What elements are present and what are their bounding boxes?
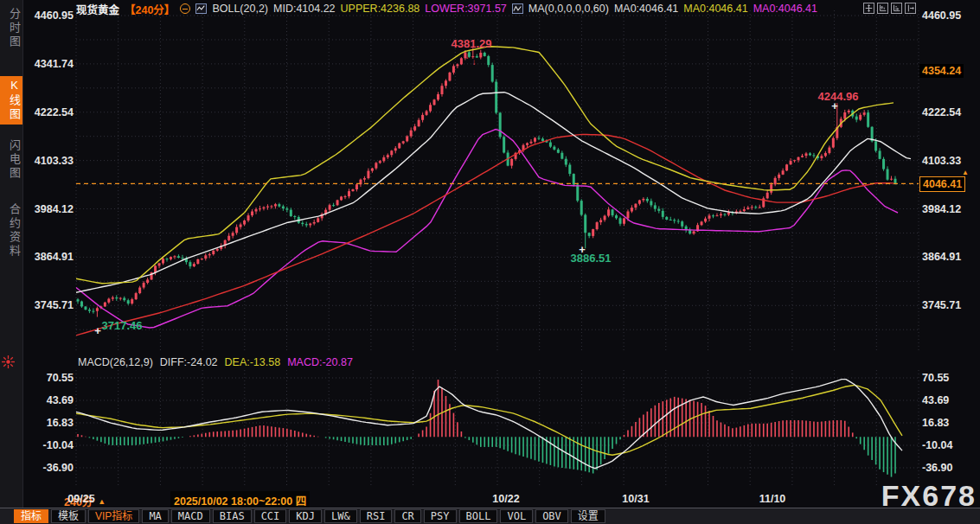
price-marker-icon: ▲: [962, 169, 969, 176]
tab-[interactable]: 指标: [14, 509, 48, 523]
y-axis-tick-right: 3745.71: [922, 299, 977, 311]
crosshair-marker-icon: +: [579, 243, 586, 256]
tab-cr[interactable]: CR: [394, 509, 420, 523]
crosshair-marker-icon: +: [94, 324, 101, 337]
down-arrow-icon: ↓: [465, 51, 470, 61]
last-price-tag: 4046.41: [919, 176, 965, 192]
tab-psy[interactable]: PSY: [424, 509, 457, 523]
y-axis-tick-right: 4222.54: [922, 106, 977, 118]
reference-price-tag: 4354.24: [919, 64, 964, 78]
y-axis-tick-left: 3745.71: [26, 299, 74, 311]
x-axis-date-label: 10/22: [492, 493, 519, 505]
macd-tick-left: 16.83: [26, 417, 74, 429]
boll-lower-value: LOWER:3971.57: [425, 3, 507, 15]
sidebar-item-1[interactable]: 分时图: [0, 5, 22, 52]
tab-obv[interactable]: OBV: [535, 509, 568, 523]
red-starburst-icon[interactable]: [1, 355, 16, 369]
symbol-name: 现货黄金: [76, 1, 119, 17]
x-axis-date-label: 10/31: [622, 493, 649, 505]
move-crosshair-icon[interactable]: [863, 3, 874, 14]
y-axis-tick-left: 3984.12: [26, 203, 74, 215]
macd-tick-right: 70.55: [922, 372, 977, 384]
macd-indicator-header: MACD(26,12,9) DIFF:-24.02 DEA:-13.58 MAC…: [78, 356, 353, 368]
x-axis-row: 240分 ▲ 09/2510/1310/2210/3111/10 2025/10…: [0, 490, 980, 508]
tab-rsi[interactable]: RSI: [360, 509, 393, 523]
x-axis-date-label: 11/10: [759, 493, 786, 505]
down-arrow-icon: ↓: [472, 57, 477, 67]
macd-macd-value: MACD:-20.87: [287, 356, 353, 368]
chart-toolbar-icons: [863, 3, 916, 14]
sidebar-item-3[interactable]: 闪电图: [0, 137, 22, 183]
y-axis-tick-left: 4103.33: [26, 155, 74, 167]
y-axis-tick-right: 3984.12: [922, 203, 977, 215]
boll-upper-value: UPPER:4236.88: [341, 3, 420, 15]
zoom-axis-up-icon[interactable]: [877, 3, 888, 14]
tab-cci[interactable]: CCI: [254, 509, 287, 523]
macd-tick-right: 43.69: [922, 394, 977, 406]
macd-diff-value: DIFF:-24.02: [160, 356, 218, 368]
sidebar-item-2[interactable]: K线图: [0, 76, 22, 125]
period-label: 【240分】: [125, 1, 175, 17]
trading-app: 分时图K线图闪电图合约资料 现货黄金 【240分】 BOLL(20,2) MID…: [0, 0, 980, 524]
y-axis-tick-left: 4341.74: [26, 58, 74, 70]
tab-[interactable]: 设置: [571, 509, 605, 523]
macd-tick-right: -10.04: [922, 439, 977, 451]
boll-mid-value: MID:4104.22: [273, 3, 336, 15]
tab-vol[interactable]: VOL: [500, 509, 533, 523]
ma-label: MA(0,0,0,0,0,60): [528, 3, 609, 15]
price-annotation: 3886.51: [571, 252, 612, 265]
tab-lw[interactable]: LW&: [324, 509, 357, 523]
tab-ma[interactable]: MA: [142, 509, 168, 523]
crosshair-marker-icon: +: [831, 99, 838, 112]
chart-header: 现货黄金 【240分】 BOLL(20,2) MID:4104.22 UPPER…: [76, 2, 817, 16]
macd-tick-left: 70.55: [26, 372, 74, 384]
zoom-axis-right-icon[interactable]: [891, 3, 902, 14]
tab-boll[interactable]: BOLL: [459, 509, 498, 523]
crosshair-date-tooltip: 2025/10/02 18:00~22:00 四: [170, 491, 310, 509]
y-axis-tick-right: 4103.33: [922, 155, 977, 167]
collapse-circle-minus-icon[interactable]: [180, 3, 190, 14]
shift-right-icon[interactable]: [905, 3, 916, 14]
macd-tick-left: -36.90: [26, 462, 74, 474]
y-axis-tick-right: 3864.91: [922, 251, 977, 263]
price-annotation: 3717.46: [102, 319, 143, 332]
boll-mini-chart-icon[interactable]: [195, 3, 207, 14]
macd-name: MACD(26,12,9): [78, 356, 153, 368]
ma-value-2: MA0:4046.41: [683, 3, 747, 15]
tab-kdj[interactable]: KDJ: [289, 509, 322, 523]
macd-tick-right: -36.90: [922, 462, 977, 474]
y-axis-tick-right: 4460.95: [922, 10, 977, 22]
price-annotation: 4381.29: [452, 37, 492, 50]
tab-bias[interactable]: BIAS: [213, 509, 252, 523]
left-sidebar: 分时图K线图闪电图合约资料: [0, 0, 23, 508]
tab-[interactable]: 模板: [51, 509, 86, 523]
tab-vip[interactable]: VIP指标: [88, 509, 139, 523]
boll-label: BOLL(20,2): [212, 3, 268, 15]
macd-tick-left: -10.04: [26, 439, 74, 451]
candlestick-chart[interactable]: [0, 0, 980, 524]
y-axis-tick-left: 4222.54: [26, 106, 74, 118]
ma-value-3: MA0:4046.41: [753, 3, 817, 15]
ma-value-1: MA0:4046.41: [614, 3, 678, 15]
y-axis-tick-left: 4460.95: [26, 10, 74, 22]
macd-dea-value: DEA:-13.58: [225, 356, 281, 368]
up-triangle-icon: ▲: [98, 497, 106, 506]
sidebar-item-4[interactable]: 合约资料: [0, 201, 22, 261]
y-axis-tick-left: 3864.91: [26, 251, 74, 263]
x-axis-date-label: 09/25: [67, 493, 94, 505]
tab-macd[interactable]: MACD: [171, 509, 210, 523]
macd-tick-left: 43.69: [26, 394, 74, 406]
macd-tick-right: 16.83: [922, 417, 977, 429]
indicator-toolbar: 指标模板VIP指标MAMACDBIASCCIKDJLW&RSICRPSYBOLL…: [0, 508, 980, 524]
ma-mini-chart-icon[interactable]: [512, 3, 523, 14]
